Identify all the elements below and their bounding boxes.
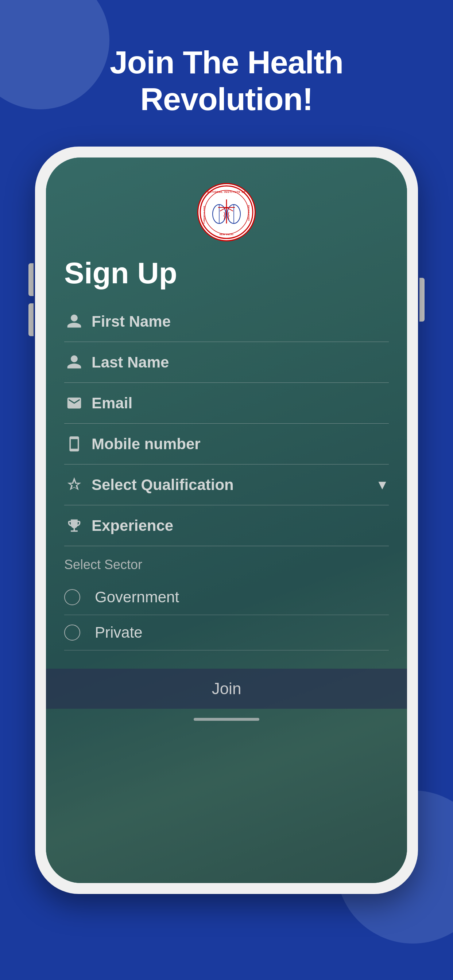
private-option[interactable]: Private bbox=[64, 615, 389, 651]
government-radio[interactable] bbox=[64, 589, 80, 605]
svg-text:TUBERCULOSIS: TUBERCULOSIS bbox=[203, 206, 205, 224]
phone-shell: NATIONAL INSTITUTE OF NEW DELHI TUBERCUL… bbox=[35, 146, 418, 894]
last-name-field[interactable]: Last Name bbox=[64, 342, 389, 383]
first-name-label: First Name bbox=[91, 313, 389, 330]
svg-text:NEW DELHI: NEW DELHI bbox=[220, 233, 233, 235]
person-icon-2 bbox=[64, 352, 84, 372]
badge-icon bbox=[64, 475, 84, 495]
header-line2: Revolution! bbox=[140, 81, 313, 117]
experience-label: Experience bbox=[91, 517, 389, 535]
person-icon bbox=[64, 311, 84, 331]
mobile-label: Mobile number bbox=[91, 435, 389, 453]
private-label: Private bbox=[95, 624, 143, 641]
mobile-field[interactable]: Mobile number bbox=[64, 424, 389, 465]
trophy-icon bbox=[64, 515, 84, 536]
institution-logo: NATIONAL INSTITUTE OF NEW DELHI TUBERCUL… bbox=[197, 183, 256, 241]
experience-field[interactable]: Experience bbox=[64, 505, 389, 546]
phone-icon bbox=[64, 434, 84, 454]
header-title: Join The Health Revolution! bbox=[62, 44, 391, 118]
first-name-field[interactable]: First Name bbox=[64, 301, 389, 342]
government-option[interactable]: Government bbox=[64, 580, 389, 615]
qualification-label: Select Qualification bbox=[91, 476, 372, 494]
last-name-label: Last Name bbox=[91, 354, 389, 371]
svg-text:RESPIRATORY: RESPIRATORY bbox=[248, 205, 250, 222]
logo-svg: NATIONAL INSTITUTE OF NEW DELHI TUBERCUL… bbox=[199, 185, 254, 240]
phone-mockup: NATIONAL INSTITUTE OF NEW DELHI TUBERCUL… bbox=[35, 146, 418, 894]
qualification-field[interactable]: Select Qualification ▼ bbox=[64, 465, 389, 505]
email-label: Email bbox=[91, 395, 389, 412]
logo-area: NATIONAL INSTITUTE OF NEW DELHI TUBERCUL… bbox=[46, 183, 407, 241]
screen-content: Sign Up First Name bbox=[46, 256, 407, 651]
svg-text:NATIONAL INSTITUTE OF: NATIONAL INSTITUTE OF bbox=[207, 191, 246, 193]
government-label: Government bbox=[95, 589, 179, 606]
header-line1: Join The Health bbox=[110, 44, 343, 80]
sector-label: Select Sector bbox=[64, 557, 389, 573]
private-radio[interactable] bbox=[64, 625, 80, 641]
dropdown-arrow-icon: ▼ bbox=[376, 477, 389, 493]
phone-screen: NATIONAL INSTITUTE OF NEW DELHI TUBERCUL… bbox=[46, 158, 407, 883]
email-icon bbox=[64, 393, 84, 413]
home-bar bbox=[194, 718, 259, 721]
form-title: Sign Up bbox=[64, 256, 389, 290]
join-button[interactable]: Join bbox=[46, 669, 407, 709]
join-button-container: Join bbox=[46, 669, 407, 709]
volume-up-button bbox=[29, 263, 33, 296]
power-button bbox=[420, 278, 424, 321]
volume-down-button bbox=[29, 303, 33, 336]
home-indicator bbox=[46, 718, 407, 721]
email-field[interactable]: Email bbox=[64, 383, 389, 424]
